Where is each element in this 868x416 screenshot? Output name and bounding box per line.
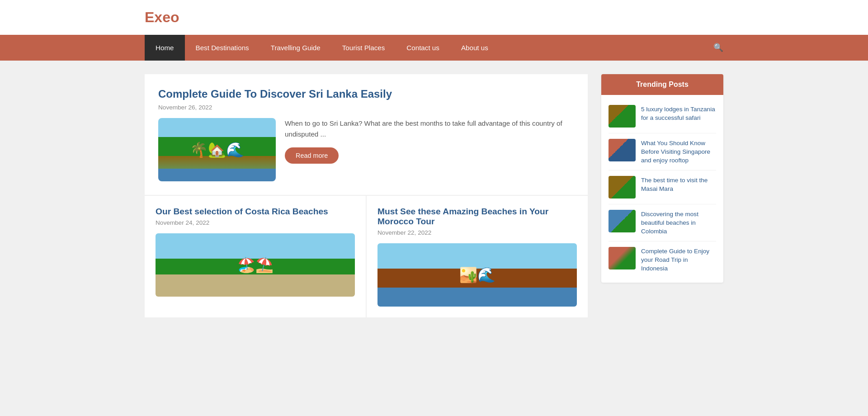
trending-title: Trending Posts [601,74,723,95]
post-card-costarica: Our Best selection of Costa Rica Beaches… [145,196,366,317]
nav-item-contact-us[interactable]: Contact us [396,35,450,61]
post-card-costarica-title[interactable]: Our Best selection of Costa Rica Beaches [156,207,355,217]
nav-item-travelling-guide[interactable]: Travelling Guide [260,35,331,61]
featured-post-title[interactable]: Complete Guide To Discover Sri Lanka Eas… [158,88,574,100]
site-logo[interactable]: Exeo [145,9,723,26]
nav-item-tourist-places[interactable]: Tourist Places [331,35,396,61]
featured-post-date: November 26, 2022 [158,104,574,111]
nav-item-home[interactable]: Home [145,35,185,61]
trending-item-3: The best time to visit the Masai Mara [609,170,716,204]
trending-link-2[interactable]: What You Should Know Before Visiting Sin… [641,139,716,165]
trending-thumb-3 [609,176,636,199]
post-card-costarica-image [156,233,355,297]
trending-link-5[interactable]: Complete Guide to Enjoy your Road Trip i… [641,247,716,273]
trending-item-2: What You Should Know Before Visiting Sin… [609,133,716,170]
trending-item-1: 5 luxury lodges in Tanzania for a succes… [609,99,716,133]
featured-post: Complete Guide To Discover Sri Lanka Eas… [145,74,588,195]
trending-thumb-5 [609,247,636,269]
featured-post-excerpt: When to go to Sri Lanka? What are the be… [285,118,574,164]
post-card-costarica-date: November 24, 2022 [156,219,355,226]
trending-list: 5 luxury lodges in Tanzania for a succes… [601,95,723,283]
trending-link-3[interactable]: The best time to visit the Masai Mara [641,176,716,193]
search-icon[interactable] [713,43,723,52]
featured-post-image [158,118,276,181]
site-header: Exeo [0,0,868,35]
trending-widget: Trending Posts 5 luxury lodges in Tanzan… [601,74,723,283]
trending-thumb-2 [609,139,636,161]
post-card-morocco: Must See these Amazing Beaches in Your M… [367,196,588,317]
trending-thumb-4 [609,210,636,232]
sidebar: Trending Posts 5 luxury lodges in Tanzan… [601,74,723,283]
post-card-morocco-title[interactable]: Must See these Amazing Beaches in Your M… [377,207,577,227]
nav-item-about-us[interactable]: About us [450,35,499,61]
trending-thumb-1 [609,105,636,128]
read-more-button[interactable]: Read more [285,147,339,164]
page-content: Complete Guide To Discover Sri Lanka Eas… [0,61,868,331]
trending-item-4: Discovering the most beautiful beaches i… [609,204,716,241]
post-card-morocco-image [377,243,577,307]
posts-row: Our Best selection of Costa Rica Beaches… [145,196,588,317]
trending-item-5: Complete Guide to Enjoy your Road Trip i… [609,241,716,278]
main-column: Complete Guide To Discover Sri Lanka Eas… [145,74,588,317]
trending-link-1[interactable]: 5 luxury lodges in Tanzania for a succes… [641,105,716,122]
main-nav: Home Best Destinations Travelling Guide … [0,35,868,61]
post-card-morocco-date: November 22, 2022 [377,229,577,236]
nav-item-best-destinations[interactable]: Best Destinations [185,35,260,61]
featured-post-body: When to go to Sri Lanka? What are the be… [158,118,574,181]
trending-link-4[interactable]: Discovering the most beautiful beaches i… [641,210,716,236]
